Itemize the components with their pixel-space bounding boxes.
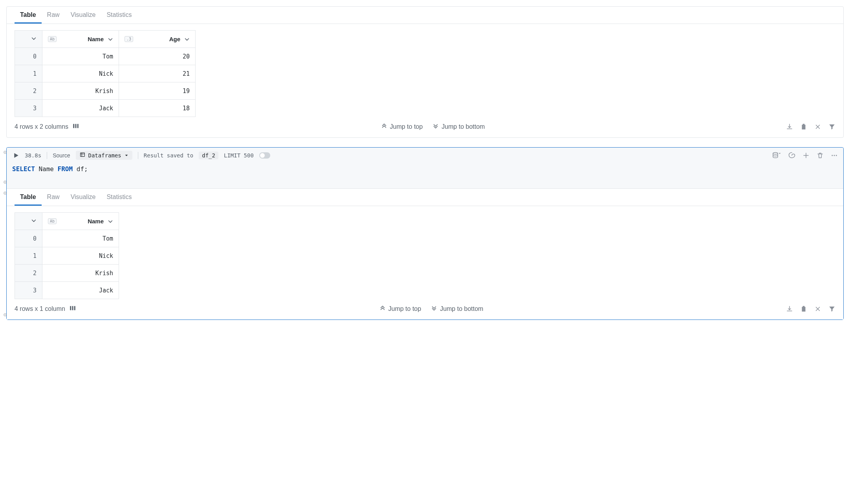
svg-rect-4 [80, 153, 84, 156]
keyword: FROM [58, 165, 73, 173]
index-header[interactable] [15, 31, 42, 48]
collapse-handle-icon[interactable] [3, 180, 7, 184]
column-name: Age [137, 36, 180, 42]
data-table: Ab Name 0 Tom [15, 212, 119, 299]
tab-table[interactable]: Table [15, 189, 42, 206]
cell-output: Table Raw Visualize Statistics [7, 188, 843, 320]
column-header-name[interactable]: Ab Name [42, 213, 119, 230]
type-badge-text-icon: Ab [48, 218, 57, 224]
jump-to-top-button[interactable]: Jump to top [381, 122, 423, 131]
row-index: 1 [15, 247, 42, 265]
collapse-handle-icon[interactable] [3, 312, 7, 317]
column-header-name[interactable]: Ab Name [42, 31, 119, 48]
double-chevron-up-icon [379, 305, 386, 313]
tab-table[interactable]: Table [15, 7, 42, 24]
cell-age: 20 [119, 48, 196, 65]
column-name: Name [60, 218, 104, 225]
collapse-handle-icon[interactable] [3, 191, 7, 195]
download-icon[interactable] [786, 305, 793, 312]
tab-raw[interactable]: Raw [42, 189, 65, 206]
tab-raw[interactable]: Raw [42, 7, 65, 24]
exec-time: 38.8s [25, 152, 41, 159]
svg-point-7 [834, 155, 835, 156]
delete-button[interactable] [817, 152, 824, 159]
caret-down-icon [125, 152, 128, 159]
jump-to-top-button[interactable]: Jump to top [379, 305, 421, 313]
svg-point-6 [832, 155, 833, 156]
table-row[interactable]: 2 Krish 19 [15, 82, 196, 100]
source-label: Source [53, 152, 70, 159]
row-index: 1 [15, 65, 42, 82]
type-badge-text-icon: Ab [48, 36, 57, 42]
chevron-down-icon [108, 37, 113, 42]
table-row[interactable]: 1 Nick [15, 247, 119, 265]
keyword: SELECT [12, 165, 35, 173]
code-editor[interactable]: SELECT Name FROM df; [7, 163, 843, 188]
summary-text: 4 rows x 1 column [15, 305, 65, 312]
jump-bottom-label: Jump to bottom [441, 123, 485, 130]
type-badge-number-icon: .3 [125, 36, 133, 42]
spiral-icon[interactable] [788, 152, 795, 159]
jump-bottom-label: Jump to bottom [440, 305, 483, 312]
source-selector[interactable]: Dataframes [76, 151, 132, 160]
cell-age: 18 [119, 100, 196, 117]
sql-cell: 38.8s Source Dataframes Result saved to … [6, 147, 844, 320]
table-footer: 4 rows x 1 column Jump to top Jump to bo [7, 299, 843, 320]
table-row[interactable]: 3 Jack [15, 282, 119, 299]
download-icon[interactable] [786, 123, 793, 130]
table-row[interactable]: 0 Tom [15, 230, 119, 247]
table-row[interactable]: 2 Krish [15, 265, 119, 282]
row-index: 3 [15, 282, 42, 299]
jump-to-bottom-button[interactable]: Jump to bottom [432, 122, 485, 131]
database-icon[interactable] [772, 152, 781, 159]
cell-name: Jack [42, 282, 119, 299]
summary-text: 4 rows x 2 columns [15, 123, 68, 130]
column-header-age[interactable]: .3 Age [119, 31, 196, 48]
row-index: 2 [15, 265, 42, 282]
row-index: 3 [15, 100, 42, 117]
cell-name: Nick [42, 247, 119, 265]
cell-name: Tom [42, 230, 119, 247]
filter-icon[interactable] [828, 305, 835, 312]
run-button[interactable] [12, 152, 19, 159]
table-row[interactable]: 3 Jack 18 [15, 100, 196, 117]
source-value: Dataframes [88, 152, 121, 159]
table-container: Ab Name 0 Tom [7, 206, 843, 299]
result-label: Result saved to [144, 152, 193, 159]
tools-icon[interactable] [814, 305, 821, 312]
tab-visualize[interactable]: Visualize [65, 7, 101, 24]
svg-point-8 [836, 155, 837, 156]
cell-name: Krish [42, 265, 119, 282]
clipboard-icon[interactable] [800, 305, 807, 312]
tab-visualize[interactable]: Visualize [65, 189, 101, 206]
cell-age: 21 [119, 65, 196, 82]
row-index: 0 [15, 230, 42, 247]
index-header[interactable] [15, 213, 42, 230]
result-variable[interactable]: df_2 [199, 152, 218, 159]
collapse-handle-icon[interactable] [3, 150, 7, 155]
tab-statistics[interactable]: Statistics [101, 7, 137, 24]
table-row[interactable]: 1 Nick 21 [15, 65, 196, 82]
table-row[interactable]: 0 Tom 20 [15, 48, 196, 65]
columns-icon[interactable] [72, 122, 79, 131]
cell-age: 19 [119, 82, 196, 100]
chevron-down-icon [31, 218, 37, 223]
chevron-down-icon [31, 36, 37, 41]
row-index: 2 [15, 82, 42, 100]
clipboard-icon[interactable] [800, 123, 807, 130]
cell-name: Tom [42, 48, 119, 65]
separator [47, 152, 47, 159]
filter-icon[interactable] [828, 123, 835, 130]
tab-statistics[interactable]: Statistics [101, 189, 137, 206]
cell-name: Jack [42, 100, 119, 117]
columns-icon[interactable] [69, 305, 76, 313]
more-menu-button[interactable] [831, 152, 838, 159]
chevron-down-icon [108, 219, 113, 224]
jump-to-bottom-button[interactable]: Jump to bottom [430, 305, 483, 313]
data-table: Ab Name .3 Age [15, 30, 196, 117]
separator [138, 152, 138, 159]
tools-icon[interactable] [814, 123, 821, 130]
limit-toggle[interactable] [259, 152, 270, 159]
chevron-down-icon [184, 37, 190, 42]
add-button[interactable] [802, 152, 810, 159]
